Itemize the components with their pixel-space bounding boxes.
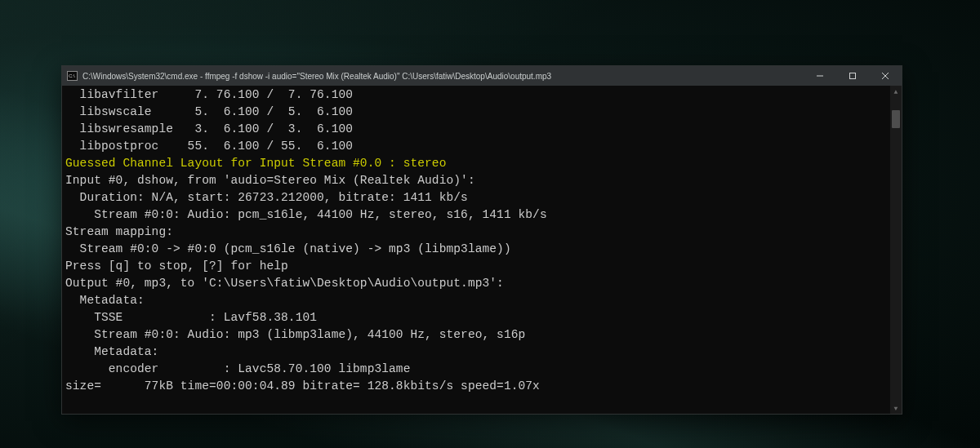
scroll-up-arrow-icon[interactable]: ▲ xyxy=(890,86,902,97)
console-line: size= 77kB time=00:00:04.89 bitrate= 128… xyxy=(65,378,898,395)
maximize-button[interactable] xyxy=(836,66,869,86)
cmd-window: C:\ C:\Windows\System32\cmd.exe - ffmpeg… xyxy=(61,65,902,415)
maximize-icon xyxy=(849,72,857,80)
console-line: Stream #0:0 -> #0:0 (pcm_s16le (native) … xyxy=(65,241,898,258)
window-title: C:\Windows\System32\cmd.exe - ffmpeg -f … xyxy=(82,72,804,81)
console-line: Press [q] to stop, [?] for help xyxy=(65,258,898,275)
window-controls xyxy=(804,66,902,86)
console-line: Stream #0:0: Audio: pcm_s16le, 44100 Hz,… xyxy=(65,206,898,224)
console-line: encoder : Lavc58.70.100 libmp3lame xyxy=(65,361,898,378)
vertical-scrollbar[interactable]: ▲ ▼ xyxy=(890,86,902,414)
close-icon xyxy=(881,72,889,80)
console-client-area[interactable]: libavfilter 7. 76.100 / 7. 76.100 libsws… xyxy=(62,86,902,414)
console-line: Duration: N/A, start: 26723.212000, bitr… xyxy=(65,189,898,206)
console-line: Metadata: xyxy=(65,292,898,309)
console-line: Stream mapping: xyxy=(65,224,898,241)
console-line: Input #0, dshow, from 'audio=Stereo Mix … xyxy=(65,172,898,189)
cmd-icon-label: C:\ xyxy=(69,73,75,78)
console-line: libswresample 3. 6.100 / 3. 6.100 xyxy=(65,121,898,138)
console-line: Output #0, mp3, to 'C:\Users\fatiw\Deskt… xyxy=(65,275,898,292)
titlebar[interactable]: C:\ C:\Windows\System32\cmd.exe - ffmpeg… xyxy=(62,66,902,86)
console-line: Stream #0:0: Audio: mp3 (libmp3lame), 44… xyxy=(65,326,898,344)
close-button[interactable] xyxy=(869,66,902,86)
cmd-icon: C:\ xyxy=(67,71,78,81)
console-line: TSSE : Lavf58.38.101 xyxy=(65,309,898,326)
minimize-icon xyxy=(816,72,824,80)
console-line: libpostproc 55. 6.100 / 55. 6.100 xyxy=(65,138,898,155)
console-line: libavfilter 7. 76.100 / 7. 76.100 xyxy=(65,86,898,104)
console-line: Guessed Channel Layout for Input Stream … xyxy=(65,155,898,172)
scroll-down-arrow-icon[interactable]: ▼ xyxy=(890,402,902,414)
svg-rect-1 xyxy=(850,73,856,79)
console-line: Metadata: xyxy=(65,344,898,361)
minimize-button[interactable] xyxy=(804,66,836,86)
console-output: libavfilter 7. 76.100 / 7. 76.100 libsws… xyxy=(62,86,902,395)
console-line: libswscale 5. 6.100 / 5. 6.100 xyxy=(65,104,898,121)
scrollbar-thumb[interactable] xyxy=(892,110,900,128)
